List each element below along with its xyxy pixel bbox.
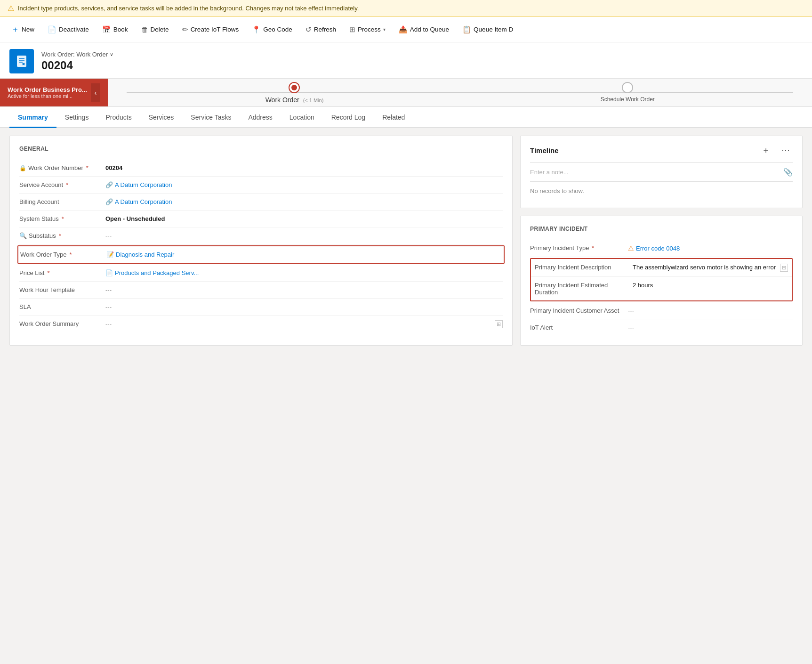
queue-item-button[interactable]: 📋 Queue Item D — [457, 22, 519, 37]
tabs-bar: Summary Settings Products Services Servi… — [0, 107, 812, 128]
delete-button[interactable]: 🗑 Delete — [136, 22, 175, 37]
timeline-note-area[interactable]: Enter a note... 📎 — [530, 163, 793, 182]
label-system-status: System Status * — [19, 215, 102, 222]
expand-icon-description: ⊞ — [780, 264, 788, 272]
deactivate-button[interactable]: 📄 Deactivate — [42, 22, 95, 37]
tab-location[interactable]: Location — [281, 107, 323, 128]
active-stage-title: Work Order Business Pro... — [8, 86, 87, 93]
book-button[interactable]: 📅 Book — [96, 22, 134, 37]
label-text-service-account: Service Account — [19, 181, 63, 188]
process-button-label: Process — [358, 26, 381, 33]
label-work-order-summary: Work Order Summary — [19, 320, 102, 327]
required-system-status: * — [62, 215, 64, 222]
label-text-work-order-number: Work Order Number — [28, 164, 83, 171]
deactivate-button-label: Deactivate — [59, 26, 89, 33]
process-dropdown-arrow: ▾ — [383, 27, 386, 32]
value-text-work-order-type: Diagnosis and Repair — [116, 251, 174, 258]
process-button[interactable]: ⊞ Process ▾ — [344, 22, 391, 37]
value-text-service-account: A Datum Corporation — [115, 181, 172, 188]
label-incident-type: Primary Incident Type * — [530, 244, 624, 251]
label-text-incident-asset: Primary Incident Customer Asset — [530, 307, 619, 314]
process-collapse-button[interactable]: ‹ — [91, 83, 101, 102]
tab-services[interactable]: Services — [140, 107, 183, 128]
refresh-icon: ↺ — [306, 25, 312, 34]
value-billing-account[interactable]: 🔗 A Datum Corporation — [105, 198, 503, 205]
value-substatus: --- — [105, 232, 503, 239]
timeline-note-placeholder: Enter a note... — [530, 169, 569, 176]
label-work-hour-template: Work Hour Template — [19, 286, 102, 293]
new-button[interactable]: ＋ New — [6, 21, 40, 38]
warning-icon-incident-type: ⚠ — [628, 244, 634, 252]
tab-related[interactable]: Related — [374, 107, 413, 128]
notification-icon: ⚠ — [8, 4, 14, 13]
general-panel: GENERAL 🔒 Work Order Number * 00204 Serv… — [9, 136, 513, 346]
label-iot-alert: IoT Alert — [530, 324, 624, 331]
value-service-account[interactable]: 🔗 A Datum Corporation — [105, 181, 503, 188]
label-text-sla: SLA — [19, 303, 31, 310]
value-sla: --- — [105, 303, 503, 310]
label-text-work-hour-template: Work Hour Template — [19, 286, 75, 293]
create-iot-button[interactable]: ✏ Create IoT Flows — [177, 22, 245, 37]
label-text-billing-account: Billing Account — [19, 198, 59, 205]
breadcrumb-dropdown[interactable]: ∨ — [110, 51, 113, 57]
label-billing-account: Billing Account — [19, 198, 102, 205]
record-number: 00204 — [41, 59, 113, 72]
main-content: GENERAL 🔒 Work Order Number * 00204 Serv… — [0, 128, 812, 353]
add-to-queue-button[interactable]: 📥 Add to Queue — [393, 22, 455, 37]
field-incident-description: Primary Incident Description The assembl… — [531, 259, 792, 277]
process-flow: Work Order Business Pro... Active for le… — [0, 79, 812, 107]
queue-item-button-label: Queue Item D — [474, 26, 513, 33]
label-text-incident-type: Primary Incident Type — [530, 244, 589, 251]
label-text-incident-duration: Primary Incident Estimated Duration — [535, 282, 608, 296]
label-incident-asset: Primary Incident Customer Asset — [530, 307, 624, 314]
tab-service-tasks[interactable]: Service Tasks — [182, 107, 240, 128]
value-work-order-summary[interactable]: --- ⊞ — [105, 320, 503, 328]
timeline-empty-message: No records to show. — [530, 182, 793, 200]
timeline-panel: Timeline ＋ ⋯ Enter a note... 📎 No record… — [520, 136, 803, 208]
paperclip-icon[interactable]: 📎 — [783, 168, 793, 177]
breadcrumb: Work Order: Work Order ∨ — [41, 51, 113, 58]
tab-summary[interactable]: Summary — [9, 107, 56, 128]
active-stage[interactable]: Work Order Business Pro... Active for le… — [0, 79, 108, 106]
field-substatus: 🔍 Substatus * --- — [19, 227, 503, 244]
tab-settings[interactable]: Settings — [56, 107, 97, 128]
stage-schedule[interactable]: Schedule Work Order — [601, 82, 655, 104]
label-text-price-list: Price List — [19, 269, 44, 276]
geo-icon: 📍 — [252, 25, 261, 34]
link-icon-billing-account: 🔗 — [105, 198, 113, 205]
notification-bar: ⚠ Incident type products, services, and … — [0, 0, 812, 17]
record-title-area: Work Order: Work Order ∨ 00204 — [41, 51, 113, 72]
geo-code-button[interactable]: 📍 Geo Code — [246, 22, 298, 37]
book-button-label: Book — [113, 26, 128, 33]
required-price-list: * — [47, 269, 49, 276]
timeline-more-button[interactable]: ⋯ — [779, 144, 793, 156]
add-queue-icon: 📥 — [399, 25, 408, 34]
new-button-label: New — [22, 26, 34, 33]
expand-icon-work-order-summary: ⊞ — [495, 320, 503, 328]
stage-work-order[interactable]: Work Order (< 1 Min) — [265, 82, 324, 104]
required-incident-type: * — [592, 244, 594, 251]
field-billing-account: Billing Account 🔗 A Datum Corporation — [19, 194, 503, 211]
general-section-title: GENERAL — [19, 146, 503, 152]
notification-text: Incident type products, services, and se… — [18, 5, 359, 12]
tab-address[interactable]: Address — [240, 107, 281, 128]
required-work-order-number: * — [86, 164, 88, 171]
label-text-system-status: System Status — [19, 215, 59, 222]
label-text-iot-alert: IoT Alert — [530, 324, 553, 331]
record-icon — [9, 49, 34, 73]
iot-icon: ✏ — [182, 25, 188, 34]
link-icon-work-order-type: 📝 — [106, 251, 114, 258]
label-incident-description: Primary Incident Description — [535, 264, 629, 271]
queue-item-icon: 📋 — [462, 25, 471, 34]
timeline-add-button[interactable]: ＋ — [759, 144, 773, 157]
refresh-button[interactable]: ↺ Refresh — [300, 22, 342, 37]
label-sla: SLA — [19, 303, 102, 310]
create-iot-button-label: Create IoT Flows — [191, 26, 239, 33]
value-work-order-type[interactable]: 📝 Diagnosis and Repair — [106, 251, 502, 258]
value-price-list[interactable]: 📄 Products and Packaged Serv... — [105, 269, 503, 276]
value-incident-type[interactable]: ⚠ Error code 0048 — [628, 244, 793, 252]
tab-products[interactable]: Products — [97, 107, 140, 128]
active-stage-text: Work Order Business Pro... Active for le… — [8, 86, 87, 99]
field-work-order-summary: Work Order Summary --- ⊞ — [19, 316, 503, 333]
tab-record-log[interactable]: Record Log — [323, 107, 374, 128]
